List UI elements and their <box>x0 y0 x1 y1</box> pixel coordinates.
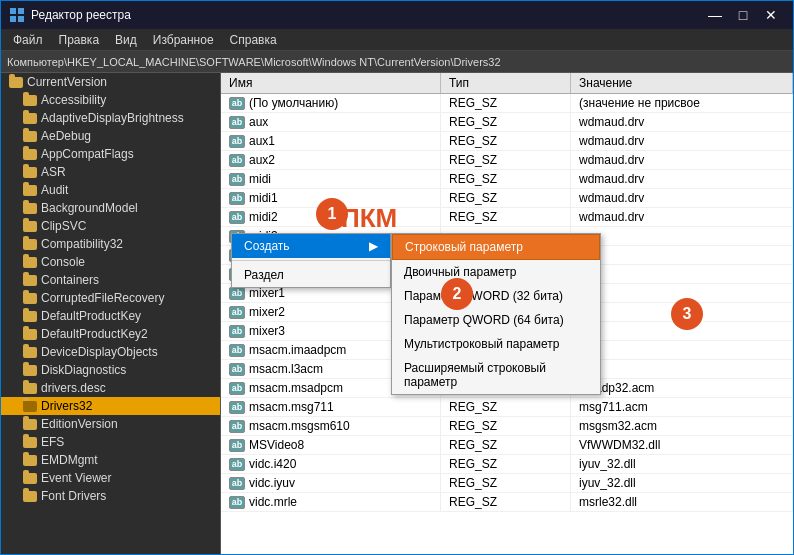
pkm-label: ПКМ <box>341 203 397 234</box>
tree-item-defprod2[interactable]: DefaultProductKey2 <box>1 325 220 343</box>
cell-type: REG_SZ <box>441 417 571 435</box>
ab-icon: ab <box>229 192 245 205</box>
submenu-item-expandstring[interactable]: Расширяемый строковый параметр <box>392 356 600 394</box>
menu-help[interactable]: Справка <box>222 31 285 49</box>
submenu-item-multistring[interactable]: Мультистроковый параметр <box>392 332 600 356</box>
tree-item-currentversion[interactable]: CurrentVersion <box>1 73 220 91</box>
table-panel: Имя Тип Значение ab(По умолчанию) REG_SZ… <box>221 73 793 554</box>
tree-item-appcompat[interactable]: AppCompatFlags <box>1 145 220 163</box>
tree-item-clipsvc[interactable]: ClipSVC <box>1 217 220 235</box>
table-row[interactable]: abvidc.mrle REG_SZ msrle32.dll <box>221 493 793 512</box>
table-row[interactable]: abmsacm.msg711 REG_SZ msg711.acm <box>221 398 793 417</box>
ab-icon: ab <box>229 97 245 110</box>
submenu-item-string[interactable]: Строковый параметр <box>392 234 600 260</box>
tree-item-defprod[interactable]: DefaultProductKey <box>1 307 220 325</box>
context-menu: Создать ▶ Раздел <box>231 233 391 288</box>
table-row[interactable]: abMSVideo8 REG_SZ VfWWDM32.dll <box>221 436 793 455</box>
context-menu-section[interactable]: Раздел <box>232 263 390 287</box>
folder-icon <box>23 95 37 106</box>
folder-icon <box>23 257 37 268</box>
table-row[interactable]: abaux1 REG_SZ wdmaud.drv <box>221 132 793 151</box>
tree-item-fontdrivers[interactable]: Font Drivers <box>1 487 220 505</box>
tree-item-devdisp[interactable]: DeviceDisplayObjects <box>1 343 220 361</box>
tree-item-asr[interactable]: ASR <box>1 163 220 181</box>
cell-type: REG_SZ <box>441 113 571 131</box>
cell-name: ab(По умолчанию) <box>221 94 441 112</box>
context-menu-create[interactable]: Создать ▶ <box>232 234 390 258</box>
cell-type: REG_SZ <box>441 208 571 226</box>
tree-item-emdmgmt[interactable]: EMDMgmt <box>1 451 220 469</box>
cell-value: wdmaud.drv <box>571 151 793 169</box>
ab-icon: ab <box>229 401 245 414</box>
cell-name: abmidi <box>221 170 441 188</box>
menu-view[interactable]: Вид <box>107 31 145 49</box>
tree-item-drivers32[interactable]: Drivers32 <box>1 397 220 415</box>
cell-type: REG_SZ <box>441 436 571 454</box>
table-row[interactable]: abmidi REG_SZ wdmaud.drv <box>221 170 793 189</box>
table-row[interactable]: abaux2 REG_SZ wdmaud.drv <box>221 151 793 170</box>
menu-favorites[interactable]: Избранное <box>145 31 222 49</box>
ab-icon: ab <box>229 116 245 129</box>
folder-icon <box>23 311 37 322</box>
tree-item-compat32[interactable]: Compatibility32 <box>1 235 220 253</box>
cell-name: abvidc.i420 <box>221 455 441 473</box>
cell-value: wdmaud.drv <box>571 208 793 226</box>
tree-item-adaptive[interactable]: AdaptiveDisplayBrightness <box>1 109 220 127</box>
tree-item-drivers-desc[interactable]: drivers.desc <box>1 379 220 397</box>
cell-value <box>571 360 793 378</box>
tree-item-diskdiag[interactable]: DiskDiagnostics <box>1 361 220 379</box>
ab-icon: ab <box>229 344 245 357</box>
folder-icon <box>23 221 37 232</box>
tree-item-efs[interactable]: EFS <box>1 433 220 451</box>
tree-item-eventviewer[interactable]: Event Viewer <box>1 469 220 487</box>
folder-icon <box>23 365 37 376</box>
cell-value: (значение не присвое <box>571 94 793 112</box>
table-row[interactable]: abmsacm.msgsm610 REG_SZ msgsm32.acm <box>221 417 793 436</box>
breadcrumb-path: Компьютер\HKEY_LOCAL_MACHINE\SOFTWARE\Mi… <box>7 56 501 68</box>
cell-value <box>571 227 793 245</box>
menu-edit[interactable]: Правка <box>51 31 108 49</box>
tree-item-aedebug[interactable]: AeDebug <box>1 127 220 145</box>
folder-icon <box>23 239 37 250</box>
maximize-button[interactable]: □ <box>729 1 757 29</box>
folder-icon <box>23 203 37 214</box>
minimize-button[interactable]: — <box>701 1 729 29</box>
cell-name: abaux2 <box>221 151 441 169</box>
title-bar: Редактор реестра — □ ✕ <box>1 1 793 29</box>
tree-item-accessibility[interactable]: Accessibility <box>1 91 220 109</box>
close-button[interactable]: ✕ <box>757 1 785 29</box>
content-area: CurrentVersion Accessibility AdaptiveDis… <box>1 73 793 554</box>
folder-icon <box>23 473 37 484</box>
cell-name: abmsacm.msg711 <box>221 398 441 416</box>
table-row[interactable]: abaux REG_SZ wdmaud.drv <box>221 113 793 132</box>
folder-icon <box>23 185 37 196</box>
submenu-item-qword[interactable]: Параметр QWORD (64 бита) <box>392 308 600 332</box>
table-row[interactable]: ab(По умолчанию) REG_SZ (значение не при… <box>221 94 793 113</box>
table-row[interactable]: abvidc.iyuv REG_SZ iyuv_32.dll <box>221 474 793 493</box>
folder-icon <box>23 455 37 466</box>
cell-name: abmsacm.msgsm610 <box>221 417 441 435</box>
cell-value: msadp32.acm <box>571 379 793 397</box>
submenu-item-dword[interactable]: Параметр DWORD (32 бита) <box>392 284 600 308</box>
window-title: Редактор реестра <box>31 8 701 22</box>
table-row[interactable]: abvidc.i420 REG_SZ iyuv_32.dll <box>221 455 793 474</box>
tree-item-console[interactable]: Console <box>1 253 220 271</box>
tree-item-edition[interactable]: EditionVersion <box>1 415 220 433</box>
window-controls: — □ ✕ <box>701 1 785 29</box>
tree-item-audit[interactable]: Audit <box>1 181 220 199</box>
tree-item-corrupt[interactable]: CorruptedFileRecovery <box>1 289 220 307</box>
submenu: Строковый параметр Двоичный параметр Пар… <box>391 233 601 395</box>
col-header-type: Тип <box>441 73 571 93</box>
folder-icon <box>23 131 37 142</box>
folder-icon <box>23 383 37 394</box>
cell-value: msg711.acm <box>571 398 793 416</box>
tree-item-bgmodel[interactable]: BackgroundModel <box>1 199 220 217</box>
submenu-item-binary[interactable]: Двоичный параметр <box>392 260 600 284</box>
table-row[interactable]: abmidi1 REG_SZ wdmaud.drv <box>221 189 793 208</box>
ab-icon: ab <box>229 458 245 471</box>
menu-file[interactable]: Файл <box>5 31 51 49</box>
table-row[interactable]: abmidi2 REG_SZ wdmaud.drv <box>221 208 793 227</box>
tree-item-containers[interactable]: Containers <box>1 271 220 289</box>
cell-value: iyuv_32.dll <box>571 474 793 492</box>
tree-panel[interactable]: CurrentVersion Accessibility AdaptiveDis… <box>1 73 221 554</box>
